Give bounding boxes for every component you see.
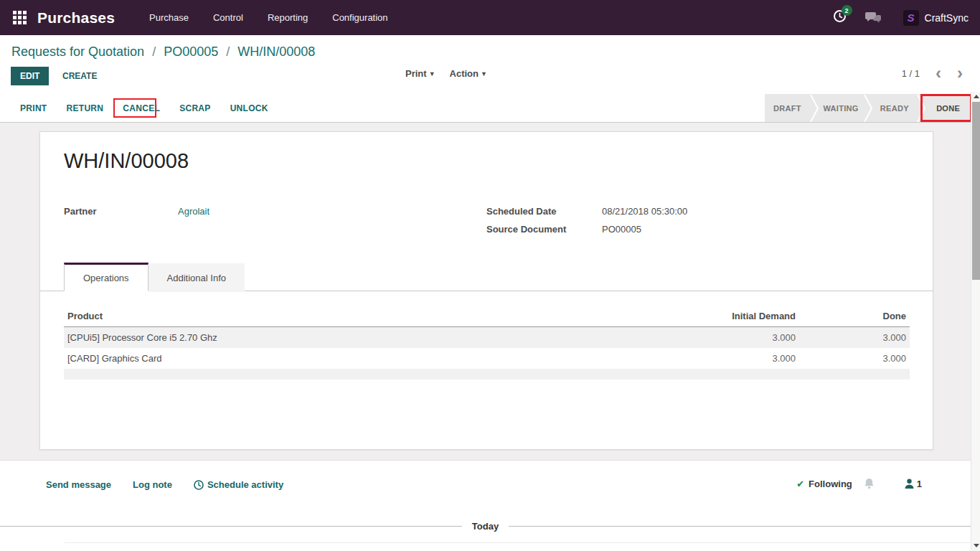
- notebook-tabs: Operations Additional Info: [40, 263, 933, 291]
- form-sheet: WH/IN/00008 Partner Agrolait Scheduled D…: [39, 131, 933, 450]
- pager-previous-icon[interactable]: ‹: [936, 67, 941, 80]
- user-avatar[interactable]: S: [903, 10, 919, 26]
- stage-ready[interactable]: READY: [872, 94, 918, 122]
- nav-item-purchase[interactable]: Purchase: [149, 12, 189, 23]
- partner-value[interactable]: Agrolait: [178, 206, 209, 217]
- stage-chevron-icon: [810, 94, 819, 122]
- initial-demand-cell[interactable]: 3.000: [706, 348, 799, 369]
- activity-clock-icon[interactable]: 2: [833, 9, 847, 26]
- following-button[interactable]: Following: [809, 479, 852, 489]
- scroll-up-icon[interactable]: [971, 92, 980, 100]
- table-row[interactable]: [CPUi5] Processor Core i5 2.70 Ghz 3.000…: [64, 327, 910, 349]
- send-message-button[interactable]: Send message: [46, 479, 111, 490]
- scrap-button[interactable]: SCRAP: [179, 103, 211, 113]
- product-cell[interactable]: [CPUi5] Processor Core i5 2.70 Ghz: [64, 327, 706, 349]
- source-document-value: PO00005: [602, 224, 641, 235]
- top-nav-bar: Purchases Purchase Control Reporting Con…: [0, 0, 980, 35]
- pager-next-icon[interactable]: ›: [957, 67, 963, 80]
- table-row-empty: [64, 369, 910, 380]
- column-header-initial-demand[interactable]: Initial Demand: [706, 306, 799, 327]
- form-view: WH/IN/00008 Partner Agrolait Scheduled D…: [0, 123, 971, 551]
- nav-item-control[interactable]: Control: [213, 12, 243, 23]
- vertical-scrollbar[interactable]: [971, 92, 980, 551]
- create-button[interactable]: CREATE: [58, 67, 101, 85]
- chevron-down-icon: ▼: [481, 70, 487, 77]
- today-divider: Today: [0, 521, 971, 532]
- control-panel: Requests for Quotation / PO00005 / WH/IN…: [0, 35, 980, 94]
- stage-draft[interactable]: DRAFT: [765, 94, 810, 122]
- breadcrumb-current[interactable]: WH/IN/00008: [237, 44, 315, 59]
- print-button[interactable]: PRINT: [20, 103, 47, 113]
- unlock-button[interactable]: UNLOCK: [230, 103, 268, 113]
- tab-operations[interactable]: Operations: [64, 263, 149, 291]
- edit-button[interactable]: EDIT: [11, 67, 49, 85]
- bell-icon[interactable]: [864, 478, 875, 489]
- chatter: Send message Log note Schedule activity …: [0, 460, 971, 551]
- nav-item-reporting[interactable]: Reporting: [268, 12, 308, 23]
- scroll-down-icon[interactable]: [971, 541, 980, 550]
- clock-icon: [194, 480, 204, 490]
- breadcrumb-requests-for-quotation[interactable]: Requests for Quotation: [11, 44, 144, 59]
- tab-additional-info[interactable]: Additional Info: [149, 263, 245, 292]
- breadcrumb-separator: /: [148, 44, 160, 59]
- messages-icon[interactable]: [865, 11, 882, 24]
- scrollbar-thumb[interactable]: [972, 102, 980, 280]
- schedule-activity-button[interactable]: Schedule activity: [194, 479, 283, 490]
- done-cell[interactable]: 3.000: [799, 327, 910, 349]
- form-statusbar: PRINT RETURN CANCEL SCRAP UNLOCK DRAFT W…: [0, 94, 971, 123]
- pager-count: 1 / 1: [902, 68, 920, 79]
- product-cell[interactable]: [CARD] Graphics Card: [64, 348, 706, 369]
- table-header-row: Product Initial Demand Done: [64, 306, 910, 327]
- apps-grid-icon[interactable]: [13, 11, 27, 24]
- log-note-button[interactable]: Log note: [133, 479, 172, 490]
- initial-demand-cell[interactable]: 3.000: [706, 327, 799, 349]
- scheduled-date-value: 08/21/2018 05:30:00: [602, 206, 687, 217]
- nav-menu: Purchase Control Reporting Configuration: [149, 12, 388, 23]
- activity-count-badge: 2: [842, 5, 852, 16]
- stage-done[interactable]: DONE: [925, 94, 971, 122]
- return-button[interactable]: RETURN: [67, 103, 104, 113]
- done-cell[interactable]: 3.000: [799, 348, 910, 369]
- source-document-label: Source Document: [486, 224, 566, 235]
- followers-count: 1: [917, 479, 922, 489]
- stage-chevron-icon: [917, 94, 925, 122]
- table-row[interactable]: [CARD] Graphics Card 3.000 3.000: [64, 348, 910, 369]
- operations-table: Product Initial Demand Done [CPUi5] Proc…: [64, 306, 910, 380]
- following-check-icon: ✔: [796, 479, 804, 489]
- stage-waiting[interactable]: WAITING: [819, 94, 864, 122]
- scheduled-date-label: Scheduled Date: [486, 206, 557, 217]
- breadcrumb: Requests for Quotation / PO00005 / WH/IN…: [11, 44, 315, 60]
- action-dropdown[interactable]: Action▼: [450, 68, 487, 79]
- user-menu[interactable]: CraftSync: [925, 12, 969, 24]
- user-icon: [905, 479, 914, 489]
- breadcrumb-separator: /: [222, 44, 234, 59]
- app-title[interactable]: Purchases: [37, 9, 115, 27]
- column-header-done[interactable]: Done: [799, 306, 910, 327]
- nav-item-configuration[interactable]: Configuration: [332, 12, 387, 23]
- chevron-down-icon: ▼: [429, 70, 435, 77]
- stage-chevron-icon: [864, 94, 872, 122]
- cancel-button[interactable]: CANCEL: [123, 103, 160, 113]
- column-header-product[interactable]: Product: [64, 306, 706, 327]
- message-divider: [65, 542, 971, 543]
- stage-pipeline: DRAFT WAITING READY DONE: [765, 94, 971, 122]
- today-label: Today: [462, 521, 509, 532]
- partner-label: Partner: [64, 206, 97, 217]
- print-dropdown[interactable]: Print▼: [405, 68, 435, 79]
- document-title: WH/IN/00008: [64, 149, 189, 173]
- followers-button[interactable]: 1: [905, 479, 922, 489]
- pager: 1 / 1 ‹ ›: [902, 67, 963, 80]
- breadcrumb-po00005[interactable]: PO00005: [164, 44, 218, 59]
